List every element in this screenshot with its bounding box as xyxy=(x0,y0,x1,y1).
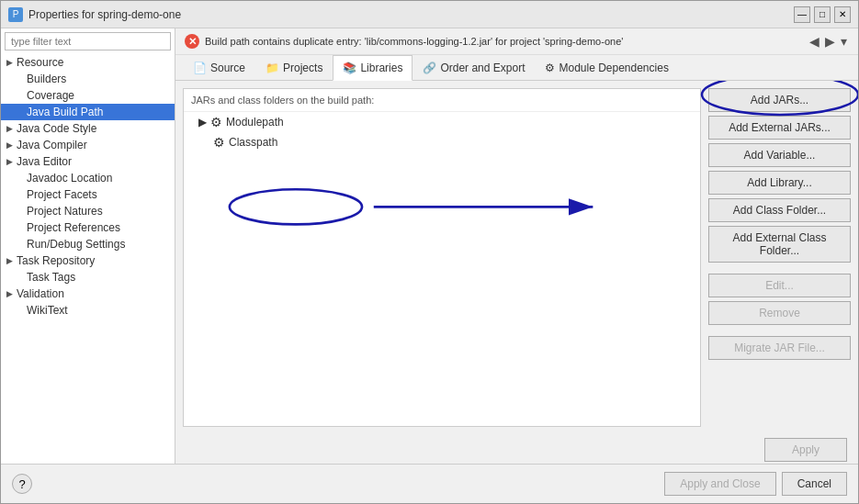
main-content: ▶ Resource Builders Coverage Java Build … xyxy=(1,28,858,464)
nav-forward-button[interactable]: ▶ xyxy=(823,34,837,49)
cancel-button[interactable]: Cancel xyxy=(782,472,847,496)
svg-point-0 xyxy=(230,189,362,224)
sidebar-item-validation[interactable]: ▶ Validation xyxy=(1,286,175,302)
sidebar-item-run-debug-settings[interactable]: Run/Debug Settings xyxy=(1,236,175,252)
add-class-folder-button[interactable]: Add Class Folder... xyxy=(708,198,851,222)
arrow-icon-validation: ▶ xyxy=(6,289,13,298)
add-library-button[interactable]: Add Library... xyxy=(708,171,851,195)
tab-projects[interactable]: 📁 Projects xyxy=(255,55,333,80)
sidebar-item-java-editor[interactable]: ▶ Java Editor xyxy=(1,153,175,170)
sidebar-item-java-compiler[interactable]: ▶ Java Compiler xyxy=(1,137,175,153)
maximize-button[interactable]: □ xyxy=(814,6,831,23)
classpath-icon: ⚙ xyxy=(213,135,225,150)
nav-back-button[interactable]: ◀ xyxy=(808,34,821,49)
add-variable-button[interactable]: Add Variable... xyxy=(708,143,851,167)
modulepath-label: Modulepath xyxy=(226,116,284,129)
error-bar: ✕ Build path contains duplicate entry: '… xyxy=(175,28,858,55)
tree-item-classpath[interactable]: ⚙ Classpath xyxy=(198,132,700,152)
edit-button[interactable]: Edit... xyxy=(708,274,851,297)
arrow-icon-editor: ▶ xyxy=(6,157,13,166)
tree-panel: JARs and class folders on the build path… xyxy=(183,88,701,427)
modulepath-icon: ⚙ xyxy=(210,115,222,129)
source-tab-icon: 📄 xyxy=(193,62,207,74)
sidebar-item-javadoc-location[interactable]: Javadoc Location xyxy=(1,170,175,186)
minimize-button[interactable]: — xyxy=(794,6,810,23)
projects-tab-icon: 📁 xyxy=(266,62,279,74)
arrow-icon-task-repo: ▶ xyxy=(6,256,13,265)
apply-button[interactable]: Apply xyxy=(764,438,847,462)
sidebar-item-builders[interactable]: Builders xyxy=(1,71,175,87)
sidebar-item-task-repository[interactable]: ▶ Task Repository xyxy=(1,252,175,269)
arrow-icon-code-style: ▶ xyxy=(6,124,13,133)
tree-label: JARs and class folders on the build path… xyxy=(184,89,700,112)
add-jars-button[interactable]: Add JARs... xyxy=(708,88,851,112)
libraries-tab-icon: 📚 xyxy=(343,62,356,74)
window-controls: — □ ✕ xyxy=(794,6,851,23)
expand-arrow-icon: ▶ xyxy=(198,116,207,129)
sidebar-item-resource[interactable]: ▶ Resource xyxy=(1,54,175,71)
error-message: Build path contains duplicate entry: 'li… xyxy=(205,36,802,47)
title-bar-left: P Properties for spring-demo-one xyxy=(8,7,181,22)
classpath-label: Classpath xyxy=(229,136,277,149)
title-bar: P Properties for spring-demo-one — □ ✕ xyxy=(1,1,858,28)
add-external-jars-button[interactable]: Add External JARs... xyxy=(708,116,851,140)
tab-libraries[interactable]: 📚 Libraries xyxy=(333,55,413,81)
remove-button[interactable]: Remove xyxy=(708,301,851,325)
tab-source[interactable]: 📄 Source xyxy=(183,55,255,80)
window-icon: P xyxy=(8,7,23,22)
right-panel: ✕ Build path contains duplicate entry: '… xyxy=(175,28,858,464)
arrow-icon: ▶ xyxy=(6,58,13,67)
apply-row: Apply xyxy=(175,434,858,464)
sidebar-item-project-natures[interactable]: Project Natures xyxy=(1,203,175,219)
error-icon: ✕ xyxy=(185,34,199,49)
buttons-panel: Add JARs... Add External JARs... Add Var… xyxy=(708,88,851,427)
filter-input[interactable] xyxy=(5,32,171,50)
sidebar-item-project-references[interactable]: Project References xyxy=(1,219,175,236)
panel-body: JARs and class folders on the build path… xyxy=(175,81,858,434)
help-button[interactable]: ? xyxy=(12,474,32,494)
sidebar-item-coverage[interactable]: Coverage xyxy=(1,87,175,104)
footer: ? Apply and Close Cancel xyxy=(1,464,858,503)
add-external-class-folder-button[interactable]: Add External Class Folder... xyxy=(708,226,851,263)
tree-item-modulepath[interactable]: ▶ ⚙ Modulepath xyxy=(184,112,700,132)
migrate-jar-button[interactable]: Migrate JAR File... xyxy=(708,336,851,360)
arrow-icon-compiler: ▶ xyxy=(6,140,13,150)
window-title: Properties for spring-demo-one xyxy=(28,8,181,21)
nav-arrows: ◀ ▶ ▾ xyxy=(808,34,849,49)
sidebar-item-task-tags[interactable]: Task Tags xyxy=(1,269,175,286)
sidebar-item-java-code-style[interactable]: ▶ Java Code Style xyxy=(1,120,175,137)
apply-and-close-button[interactable]: Apply and Close xyxy=(664,472,775,496)
tabs-bar: 📄 Source 📁 Projects 📚 Libraries 🔗 Order … xyxy=(175,55,858,81)
order-export-tab-icon: 🔗 xyxy=(423,62,436,74)
footer-right: Apply and Close Cancel xyxy=(664,472,847,496)
tab-module-dependencies[interactable]: ⚙ Module Dependencies xyxy=(535,55,678,80)
sidebar: ▶ Resource Builders Coverage Java Build … xyxy=(1,28,175,464)
sidebar-item-wikitext[interactable]: WikiText xyxy=(1,302,175,319)
close-button[interactable]: ✕ xyxy=(834,6,851,23)
nav-dropdown-button[interactable]: ▾ xyxy=(839,34,849,49)
footer-left: ? xyxy=(12,474,32,494)
properties-window: P Properties for spring-demo-one — □ ✕ ▶… xyxy=(0,0,859,504)
sidebar-item-project-facets[interactable]: Project Facets xyxy=(1,186,175,203)
module-dep-tab-icon: ⚙ xyxy=(545,62,555,74)
sidebar-item-java-build-path[interactable]: Java Build Path xyxy=(1,104,175,120)
tab-order-export[interactable]: 🔗 Order and Export xyxy=(413,55,535,80)
tree-children: ⚙ Classpath xyxy=(184,132,700,152)
